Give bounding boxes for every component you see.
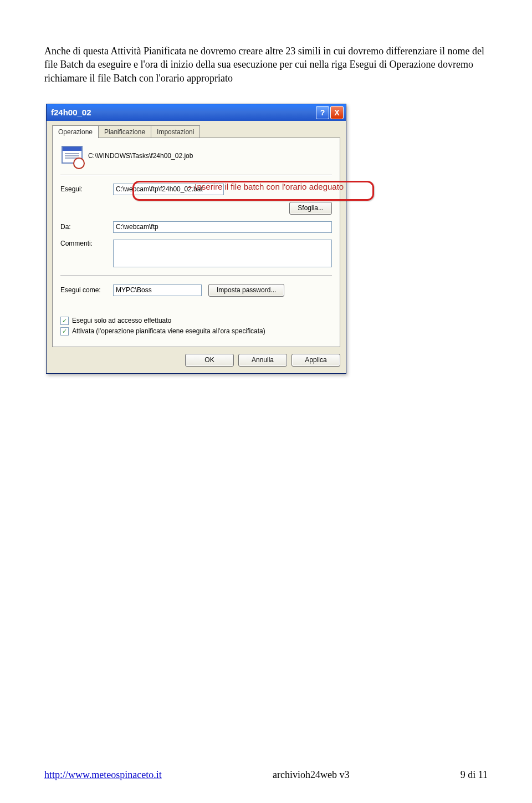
tab-pianificazione[interactable]: Pianificazione — [98, 125, 151, 138]
check-icon: ✓ — [60, 317, 69, 325]
sfoglia-button[interactable]: Sfoglia... — [289, 202, 332, 215]
task-properties-dialog: f24h00_02 ? X Operazione Pianificazione … — [46, 104, 346, 374]
label-da: Da: — [60, 223, 113, 231]
titlebar: f24h00_02 ? X — [47, 104, 346, 121]
job-file-path: C:\WINDOWS\Tasks\f24h00_02.job — [88, 152, 193, 160]
intro-paragraph: Anche di questa Attività Pianificata ne … — [44, 44, 488, 85]
footer-url[interactable]: http://www.meteospinaceto.it — [44, 769, 162, 781]
help-button[interactable]: ? — [316, 106, 329, 119]
tab-impostazioni[interactable]: Impostazioni — [151, 125, 200, 138]
imposta-password-button[interactable]: Imposta password... — [208, 284, 284, 297]
applica-button[interactable]: Applica — [291, 354, 340, 367]
annotation-text: Inserire il file batch con l'orario adeg… — [188, 182, 344, 191]
annulla-button[interactable]: Annulla — [238, 354, 287, 367]
da-input[interactable] — [113, 221, 332, 233]
close-button[interactable]: X — [330, 106, 344, 119]
checkbox-attivata[interactable]: ✓ Attivata (l'operazione pianificata vie… — [60, 327, 332, 336]
checkbox-attivata-label: Attivata (l'operazione pianificata viene… — [72, 327, 265, 335]
tab-operazione[interactable]: Operazione — [52, 125, 99, 138]
label-esegui: Esegui: — [60, 185, 113, 193]
checkbox-accesso[interactable]: ✓ Esegui solo ad accesso effettuato — [60, 317, 332, 325]
checkbox-accesso-label: Esegui solo ad accesso effettuato — [72, 317, 171, 324]
commenti-input[interactable] — [113, 240, 332, 267]
label-esegui-come: Esegui come: — [60, 286, 113, 294]
page-footer: http://www.meteospinaceto.it archivioh24… — [44, 769, 488, 781]
ok-button[interactable]: OK — [185, 354, 234, 367]
check-icon: ✓ — [60, 327, 69, 336]
footer-center: archivioh24web v3 — [273, 769, 349, 781]
dialog-title: f24h00_02 — [51, 108, 316, 117]
esegui-come-input[interactable] — [113, 284, 202, 296]
footer-page-num: 9 di 11 — [461, 769, 488, 781]
label-commenti: Commenti: — [60, 240, 113, 247]
scheduled-task-icon — [60, 145, 83, 167]
